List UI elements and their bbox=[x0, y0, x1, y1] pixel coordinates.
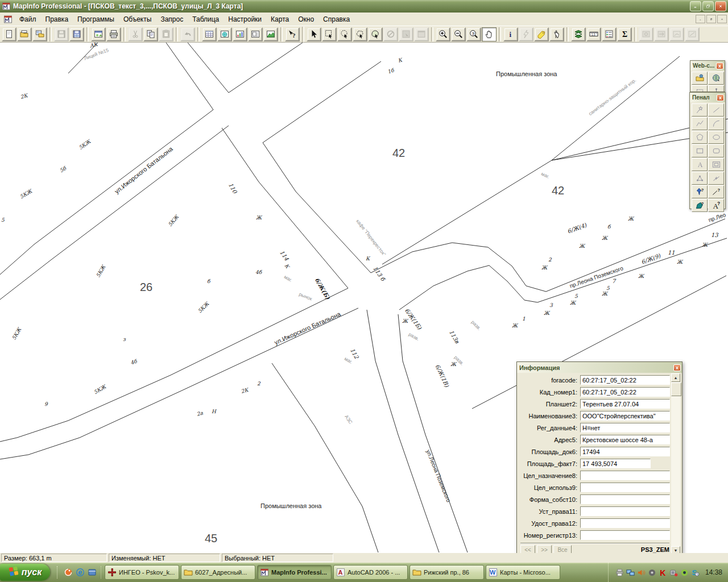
boundary-select-button[interactable] bbox=[368, 27, 383, 41]
web-toolbar-close-icon[interactable]: x bbox=[716, 63, 723, 69]
menu-справка[interactable]: Справка bbox=[318, 14, 354, 25]
internet-explorer-quicklaunch-button[interactable]: e bbox=[75, 567, 85, 577]
set-target-district-button[interactable] bbox=[639, 27, 653, 41]
zoom-window-button[interactable] bbox=[414, 27, 429, 41]
web-geocode-button[interactable] bbox=[708, 72, 724, 85]
minimize-button[interactable] bbox=[690, 1, 701, 11]
zoom-in-button[interactable] bbox=[436, 27, 450, 41]
clip-region-on-off-button[interactable] bbox=[669, 27, 684, 41]
arc-tool-button[interactable] bbox=[708, 117, 724, 130]
graph-select-button[interactable] bbox=[399, 27, 413, 41]
menu-таблица[interactable]: Таблица bbox=[188, 14, 224, 25]
close-button[interactable] bbox=[715, 1, 726, 11]
menu-окно[interactable]: Окно bbox=[293, 14, 318, 25]
rounded-rectangle-tool-button[interactable] bbox=[708, 144, 724, 157]
quick-launch-app-quicklaunch-button[interactable] bbox=[87, 567, 97, 577]
field-input-10[interactable] bbox=[580, 483, 670, 492]
open-table-button[interactable] bbox=[17, 27, 32, 41]
line-style-button[interactable]: ? bbox=[708, 185, 724, 198]
web-toolbar-title-bar[interactable]: Web-c... x bbox=[690, 61, 725, 70]
field-input-14[interactable] bbox=[580, 530, 670, 540]
taskbar-task-ingeo[interactable]: ИНГЕО - Pskov_k... bbox=[105, 565, 179, 580]
field-input-9[interactable] bbox=[580, 471, 670, 480]
pan-button[interactable] bbox=[482, 27, 497, 41]
field-input-5[interactable] bbox=[580, 423, 670, 433]
reshape-tool-button[interactable] bbox=[692, 172, 708, 185]
add-node-tool-button[interactable] bbox=[708, 172, 724, 185]
polygon-tool-button[interactable] bbox=[692, 131, 708, 144]
zoom-out-button[interactable] bbox=[451, 27, 466, 41]
save-window-as-button[interactable] bbox=[91, 27, 106, 41]
assign-selected-objects-button[interactable] bbox=[654, 27, 669, 41]
new-table-button[interactable] bbox=[2, 27, 16, 41]
set-clip-region-button[interactable] bbox=[685, 27, 700, 41]
paste-button[interactable] bbox=[159, 27, 173, 41]
map-window[interactable]: АКЛицей №152К5КЖ5б5КЖ5ул.Ижорского Батал… bbox=[0, 43, 728, 553]
next-record-button[interactable]: >> bbox=[537, 545, 552, 553]
help-pointer-button[interactable]: ? bbox=[285, 27, 300, 41]
new-layout-button[interactable] bbox=[248, 27, 263, 41]
info-tool-button[interactable]: i bbox=[503, 27, 518, 41]
menu-карта[interactable]: Карта bbox=[266, 14, 293, 25]
menu-программы[interactable]: Программы bbox=[73, 14, 119, 25]
radius-select-button[interactable] bbox=[337, 27, 352, 41]
unselect-all-button[interactable] bbox=[383, 27, 398, 41]
scrollbar-thumb[interactable] bbox=[671, 383, 681, 396]
new-mapper-button[interactable] bbox=[217, 27, 232, 41]
menu-файл[interactable]: Файл bbox=[15, 14, 41, 25]
web-tool-4-button[interactable] bbox=[708, 85, 724, 92]
select-button[interactable] bbox=[307, 27, 321, 41]
polyline-tool-button[interactable] bbox=[692, 117, 708, 130]
firefox-quicklaunch-button[interactable] bbox=[63, 567, 73, 577]
line-tool-button[interactable] bbox=[708, 103, 724, 117]
restore-button[interactable] bbox=[702, 1, 714, 11]
child-minimize-button[interactable] bbox=[696, 15, 705, 23]
symbol-style-button[interactable]: ? bbox=[692, 185, 708, 198]
region-style-button[interactable]: ? bbox=[692, 199, 708, 212]
hotlink-button[interactable] bbox=[519, 27, 533, 41]
field-input-6[interactable] bbox=[580, 435, 670, 444]
web-tool-3-button[interactable] bbox=[692, 85, 708, 92]
drawing-toolbar-close-icon[interactable]: x bbox=[717, 94, 724, 101]
field-input-4[interactable] bbox=[580, 411, 670, 421]
new-grapher-button[interactable] bbox=[233, 27, 247, 41]
info-dialog-title-bar[interactable]: Информация x bbox=[517, 362, 682, 373]
field-input-11[interactable] bbox=[580, 494, 670, 504]
frame-tool-button[interactable] bbox=[708, 158, 724, 171]
field-input-8[interactable] bbox=[580, 459, 651, 468]
change-view-button[interactable]: ? bbox=[466, 27, 481, 41]
polygon-select-button[interactable] bbox=[353, 27, 367, 41]
text-tool-button[interactable]: A bbox=[692, 158, 708, 171]
open-workspace-button[interactable] bbox=[32, 27, 47, 41]
all-records-button[interactable]: Все bbox=[553, 545, 572, 553]
taskbar-task-folder[interactable]: Рижский пр., 86 bbox=[410, 565, 484, 580]
text-style-button[interactable]: A? bbox=[708, 199, 724, 212]
drawing-toolbar-title-bar[interactable]: Пенал x bbox=[690, 93, 725, 102]
network-tray-icon[interactable] bbox=[626, 568, 635, 577]
new-browser-button[interactable] bbox=[202, 27, 217, 41]
save-table-button[interactable] bbox=[54, 27, 69, 41]
marquee-select-button[interactable] bbox=[322, 27, 337, 41]
child-restore-button[interactable] bbox=[706, 15, 716, 23]
web-open-button[interactable] bbox=[692, 72, 708, 85]
ellipse-tool-button[interactable] bbox=[708, 131, 724, 144]
info-dialog-close-icon[interactable]: x bbox=[673, 364, 681, 371]
field-input-13[interactable] bbox=[580, 518, 670, 528]
cut-button[interactable] bbox=[128, 27, 143, 41]
taskbar-task-word[interactable]: WКарты - Microso... bbox=[486, 565, 560, 580]
scroll-down-icon[interactable]: ▼ bbox=[671, 546, 680, 553]
field-input-7[interactable] bbox=[580, 447, 670, 456]
menu-настройки[interactable]: Настройки bbox=[224, 14, 266, 25]
menu-запрос[interactable]: Запрос bbox=[156, 14, 188, 25]
ruler-button[interactable]: 1.3 bbox=[586, 27, 601, 41]
child-close-button[interactable] bbox=[717, 15, 727, 23]
taskbar-task-mapinfo[interactable]: MapInfo Professi... bbox=[257, 565, 332, 580]
rectangle-tool-button[interactable] bbox=[692, 144, 708, 157]
field-input-3[interactable] bbox=[580, 399, 670, 409]
print-button[interactable] bbox=[106, 27, 121, 41]
removable-device-tray-icon[interactable] bbox=[669, 568, 679, 577]
statistics-button[interactable]: Σ bbox=[617, 27, 632, 41]
media-player-tray-icon[interactable] bbox=[648, 568, 657, 577]
scroll-up-icon[interactable]: ▲ bbox=[671, 373, 680, 382]
symbol-tool-button[interactable] bbox=[692, 103, 708, 117]
